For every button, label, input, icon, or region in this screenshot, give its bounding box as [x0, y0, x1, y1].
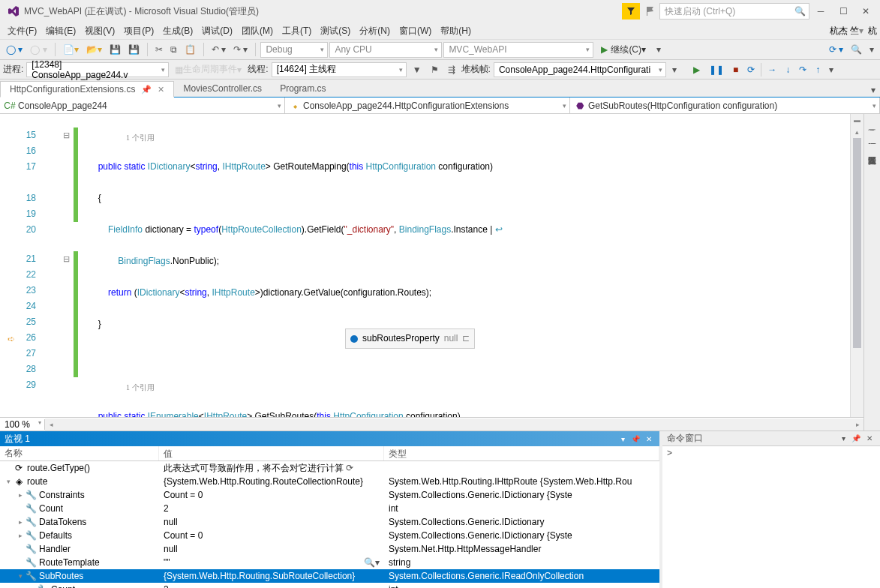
scroll-up-icon[interactable]: ▴: [851, 126, 863, 138]
menu-file[interactable]: 文件(F): [3, 23, 41, 39]
menu-build[interactable]: 生成(B): [158, 23, 197, 39]
paste-button[interactable]: 📋: [182, 43, 199, 56]
panel-pin-icon[interactable]: 📌: [628, 435, 643, 443]
new-project-button[interactable]: 📄▾: [60, 43, 82, 56]
pin-tooltip-icon[interactable]: ⊏: [462, 331, 470, 346]
save-button[interactable]: 💾: [107, 43, 124, 56]
sidetab-team-explorer[interactable]: 团队资源管理器: [865, 144, 879, 156]
expand-icon[interactable]: ▾: [15, 572, 26, 580]
menu-debug[interactable]: 调试(D): [197, 23, 237, 39]
split-icon[interactable]: ▬: [851, 114, 863, 126]
nav-member-combo[interactable]: ⬣GetSubRoutes(HttpConfiguration configur…: [570, 98, 880, 113]
tabs-dropdown[interactable]: ▾: [866, 83, 880, 97]
watch-row[interactable]: ▸🔧DataTokensnullSystem.Collections.Gener…: [0, 515, 659, 529]
panel-dropdown-icon[interactable]: ▾: [839, 434, 848, 442]
magnify-icon[interactable]: 🔍▾: [364, 557, 380, 568]
expand-icon[interactable]: ▸: [15, 491, 26, 499]
panel-close-icon[interactable]: ✕: [863, 434, 875, 442]
show-next-stmt-button[interactable]: →: [764, 63, 779, 76]
col-name[interactable]: 名称: [0, 446, 159, 460]
sidetab-solution-explorer[interactable]: 解决方案资源管理器: [865, 130, 879, 142]
thread-combo[interactable]: [14624] 主线程: [272, 62, 407, 77]
maximize-button[interactable]: ☐: [832, 3, 854, 20]
watch-row[interactable]: ▾◈route{System.Web.Http.Routing.RouteCol…: [0, 475, 659, 488]
reevaluate-icon[interactable]: ⟳: [346, 463, 353, 473]
col-type[interactable]: 类型: [384, 446, 659, 460]
watch-row[interactable]: 🔧Count2int: [0, 502, 659, 515]
nav-fwd-button[interactable]: ◯ ▾: [27, 43, 50, 56]
copy-button[interactable]: ⧉: [167, 43, 180, 56]
notification-button[interactable]: [622, 3, 640, 20]
process-combo[interactable]: [12348] ConsoleApp_page244.v: [26, 62, 169, 77]
open-button[interactable]: 📂▾: [83, 43, 105, 56]
code-editor[interactable]: 1 个引用 public static IDictionary<string, …: [78, 114, 850, 417]
redo-button[interactable]: ↷ ▾: [230, 43, 251, 56]
tab-httpconfig[interactable]: HttpConfigurationExtensions.cs📌✕: [0, 81, 174, 98]
startup-combo[interactable]: MVC_WebAPI: [443, 42, 593, 58]
watch-row[interactable]: 🔧Count2int: [0, 583, 659, 588]
cut-button[interactable]: ✂: [152, 43, 166, 56]
step-out-button[interactable]: ↑: [812, 63, 823, 76]
debug-overflow[interactable]: ▾: [826, 63, 836, 76]
refresh-button[interactable]: ⟳ ▾: [826, 43, 846, 56]
menu-view[interactable]: 视图(V): [80, 23, 119, 39]
stackframe-combo[interactable]: ConsoleApp_page244.HttpConfigurati: [494, 62, 666, 77]
vertical-scrollbar[interactable]: ▬ ▴: [850, 114, 863, 417]
debug-tooltip[interactable]: subRoutesProperty null ⊏: [345, 328, 475, 349]
feedback-button[interactable]: [641, 3, 659, 20]
menu-edit[interactable]: 编辑(E): [41, 23, 80, 39]
zoom-combo[interactable]: 100 %: [0, 419, 45, 430]
flag-threads-button[interactable]: ⚑: [428, 63, 442, 76]
outline-column[interactable]: ⊟ ⊟: [59, 114, 74, 417]
continue-button[interactable]: ▶继续(C) ▾: [595, 44, 652, 56]
watch-row[interactable]: 🔧RouteTemplate"" 🔍▾string: [0, 556, 659, 569]
tab-program[interactable]: Program.cs: [271, 80, 335, 97]
menu-tools[interactable]: 工具(T): [278, 23, 316, 39]
user-badge[interactable]: 杭: [868, 25, 877, 38]
expand-icon[interactable]: ▸: [15, 532, 26, 539]
undo-button[interactable]: ↶ ▾: [209, 43, 229, 56]
panel-close-icon[interactable]: ✕: [643, 435, 655, 443]
close-button[interactable]: ✕: [854, 3, 877, 20]
watch-row[interactable]: ▸🔧ConstraintsCount = 0System.Collections…: [0, 488, 659, 502]
menu-window[interactable]: 窗口(W): [395, 23, 436, 39]
pause-button[interactable]: ❚❚: [706, 63, 727, 76]
watch-row[interactable]: ▸🔧DefaultsCount = 0System.Collections.Ge…: [0, 529, 659, 542]
command-window-body[interactable]: >: [662, 446, 880, 588]
col-value[interactable]: 值: [159, 446, 384, 460]
watch-row[interactable]: ▾🔧SubRoutes{System.Web.Http.Routing.SubR…: [0, 569, 659, 583]
menu-analyze[interactable]: 分析(N): [355, 23, 395, 39]
menu-help[interactable]: 帮助(H): [436, 23, 476, 39]
stop-button[interactable]: ■: [730, 63, 741, 76]
restart-button[interactable]: ⟳: [744, 63, 758, 76]
quick-launch-input[interactable]: 快速启动 (Ctrl+Q) 🔍: [659, 3, 809, 20]
expand-icon[interactable]: ▸: [15, 518, 26, 526]
nav-class-combo[interactable]: ⬥ConsoleApp_page244.HttpConfigurationExt…: [285, 98, 570, 113]
panel-pin-icon[interactable]: 📌: [848, 434, 863, 442]
tab-movies[interactable]: MoviesController.cs: [174, 80, 271, 97]
save-all-button[interactable]: 💾: [125, 43, 143, 56]
run-button[interactable]: ▶: [690, 63, 703, 76]
config-combo[interactable]: Debug: [260, 42, 328, 58]
lifecycle-button[interactable]: ▦ 生命周期事件 ▾: [172, 62, 245, 77]
horizontal-scrollbar[interactable]: ◂▸: [45, 418, 863, 430]
minimize-button[interactable]: ─: [809, 3, 832, 20]
step-over-button[interactable]: ↷: [796, 63, 809, 76]
toolbar-overflow[interactable]: ▾: [866, 43, 877, 56]
platform-combo[interactable]: Any CPU: [329, 42, 442, 58]
browser-combo[interactable]: ▾: [653, 43, 664, 56]
nav-project-combo[interactable]: C#ConsoleApp_page244: [0, 98, 285, 113]
stackframe-overflow[interactable]: ▾: [669, 63, 680, 76]
panel-dropdown-icon[interactable]: ▾: [618, 435, 628, 443]
watch-panel-header[interactable]: 监视 1 ▾ 📌 ✕: [0, 431, 659, 446]
filter-button[interactable]: ▼: [410, 63, 425, 76]
menu-team[interactable]: 团队(M): [237, 23, 278, 39]
step-into-button[interactable]: ↓: [782, 63, 793, 76]
pin-icon[interactable]: 📌: [141, 85, 152, 94]
command-panel-header[interactable]: 命令窗口 ▾ 📌 ✕: [662, 431, 880, 446]
close-icon[interactable]: ✕: [158, 85, 164, 94]
user-name[interactable]: 杭杰 竺: [830, 25, 859, 38]
menu-project[interactable]: 项目(P): [119, 23, 158, 39]
user-dropdown-icon[interactable]: ▾: [859, 26, 863, 36]
find-in-files-button[interactable]: 🔍: [848, 43, 865, 56]
